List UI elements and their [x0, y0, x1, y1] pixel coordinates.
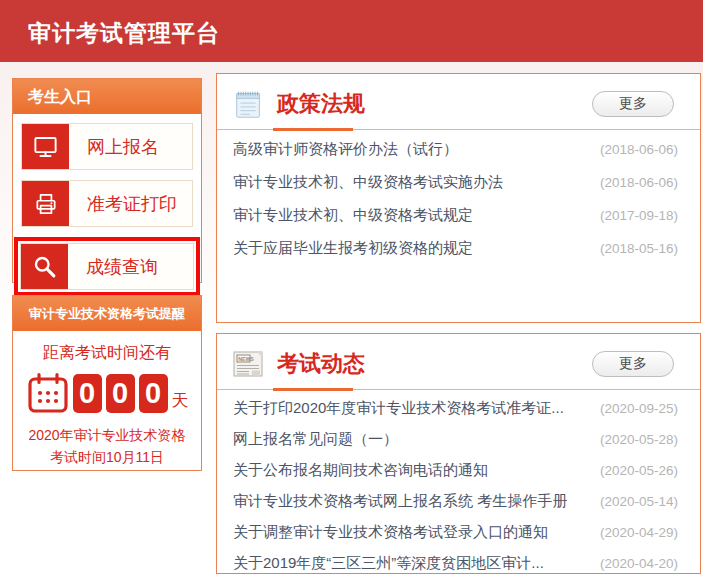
search-icon	[21, 244, 68, 289]
article-date: (2020-04-20)	[600, 556, 678, 571]
countdown-digit: 0	[139, 374, 168, 413]
page-title: 审计考试管理平台	[0, 0, 703, 49]
more-button[interactable]: 更多	[592, 91, 674, 117]
candidate-entry-title: 考生入口	[13, 79, 201, 114]
article-link[interactable]: 审计专业技术初、中级资格考试实施办法	[233, 173, 503, 192]
entry-button-1[interactable]: 网上报名	[21, 123, 193, 170]
entry-button-3[interactable]: 成绩查询	[20, 243, 194, 290]
article-date: (2020-09-25)	[600, 401, 678, 416]
article-link[interactable]: 关于应届毕业生报考初级资格的规定	[233, 239, 473, 258]
entry-button-label: 准考证打印	[87, 192, 177, 216]
exam-date-note: 2020年审计专业技术资格 考试时间10月11日	[13, 424, 201, 469]
list-item: 关于2019年度“三区三州”等深度贫困地区审计... (2020-04-20)	[233, 548, 678, 579]
article-date: (2020-05-26)	[600, 463, 678, 478]
title-underline	[273, 128, 353, 131]
article-link[interactable]: 关于2019年度“三区三州”等深度贫困地区审计...	[233, 554, 544, 573]
countdown-label: 距离考试时间还有	[13, 343, 201, 364]
article-date: (2018-06-06)	[600, 142, 678, 157]
entry-button-label: 成绩查询	[86, 255, 158, 279]
article-link[interactable]: 关于公布报名期间技术咨询电话的通知	[233, 461, 488, 480]
article-link[interactable]: 高级审计师资格评价办法（试行）	[233, 140, 458, 159]
article-link[interactable]: 审计专业技术资格考试网上报名系统 考生操作手册	[233, 492, 567, 511]
list-item: 关于打印2020年度审计专业技术资格考试准考证... (2020-09-25)	[233, 393, 678, 424]
article-link[interactable]: 审计专业技术初、中级资格考试规定	[233, 206, 473, 225]
exam-date-note-line1: 2020年审计专业技术资格	[13, 424, 201, 446]
svg-text:NEWS: NEWS	[238, 355, 254, 361]
title-underline	[273, 388, 353, 391]
countdown-digits: 000	[73, 374, 168, 413]
article-list: 高级审计师资格评价办法（试行） (2018-06-06) 审计专业技术初、中级资…	[217, 130, 700, 265]
article-date: (2018-05-16)	[600, 241, 678, 256]
list-item: 审计专业技术初、中级资格考试规定 (2017-09-18)	[233, 199, 678, 232]
exam-date-note-line2: 考试时间10月11日	[13, 446, 201, 468]
printer-icon	[22, 181, 69, 226]
panel-title: 考试动态	[277, 349, 365, 379]
exam-reminder-panel: 审计专业技术资格考试提醒 距离考试时间还有 000 天 2020年审计专业技术资…	[12, 295, 202, 471]
entry-button-list: 网上报名 准考证打印 成绩查询	[13, 114, 201, 296]
list-item: 网上报名常见问题（一） (2020-05-28)	[233, 424, 678, 455]
countdown-digit: 0	[73, 374, 102, 413]
article-link[interactable]: 关于调整审计专业技术资格考试登录入口的通知	[233, 523, 548, 542]
candidate-entry-panel: 考生入口 网上报名 准考证打印 成绩查询	[12, 78, 202, 283]
list-item: 关于调整审计专业技术资格考试登录入口的通知 (2020-04-29)	[233, 517, 678, 548]
calendar-icon	[26, 371, 70, 415]
article-date: (2020-04-29)	[600, 525, 678, 540]
entry-button-label: 网上报名	[87, 135, 159, 159]
countdown-row: 000 天	[13, 371, 201, 415]
panel-header: 政策法规 更多	[217, 74, 700, 130]
more-button[interactable]: 更多	[592, 351, 674, 377]
article-list: 关于打印2020年度审计专业技术资格考试准考证... (2020-09-25) …	[217, 390, 700, 579]
exam-reminder-title: 审计专业技术资格考试提醒	[13, 296, 201, 331]
news-icon: NEWS	[231, 347, 267, 381]
list-item: 关于公布报名期间技术咨询电话的通知 (2020-05-26)	[233, 455, 678, 486]
notepad-icon	[231, 87, 267, 121]
article-date: (2017-09-18)	[600, 208, 678, 223]
countdown-body: 距离考试时间还有 000 天 2020年审计专业技术资格 考试时间10月11日	[13, 343, 201, 469]
article-date: (2020-05-14)	[600, 494, 678, 509]
list-item: 审计专业技术资格考试网上报名系统 考生操作手册 (2020-05-14)	[233, 486, 678, 517]
list-item: 关于应届毕业生报考初级资格的规定 (2018-05-16)	[233, 232, 678, 265]
article-date: (2020-05-28)	[600, 432, 678, 447]
news-panel: NEWS 考试动态 更多 关于打印2020年度审计专业技术资格考试准考证... …	[216, 333, 701, 574]
list-item: 高级审计师资格评价办法（试行） (2018-06-06)	[233, 133, 678, 166]
policy-panel: 政策法规 更多 高级审计师资格评价办法（试行） (2018-06-06) 审计专…	[216, 73, 701, 323]
countdown-unit: 天	[172, 389, 189, 415]
panel-header: NEWS 考试动态 更多	[217, 334, 700, 390]
article-date: (2018-06-06)	[600, 175, 678, 190]
app-header: 审计考试管理平台	[0, 0, 703, 62]
article-link[interactable]: 关于打印2020年度审计专业技术资格考试准考证...	[233, 399, 564, 418]
panel-title: 政策法规	[277, 89, 365, 119]
countdown-digit: 0	[106, 374, 135, 413]
article-link[interactable]: 网上报名常见问题（一）	[233, 430, 398, 449]
monitor-icon	[22, 124, 69, 169]
list-item: 审计专业技术初、中级资格考试实施办法 (2018-06-06)	[233, 166, 678, 199]
entry-button-2[interactable]: 准考证打印	[21, 180, 193, 227]
